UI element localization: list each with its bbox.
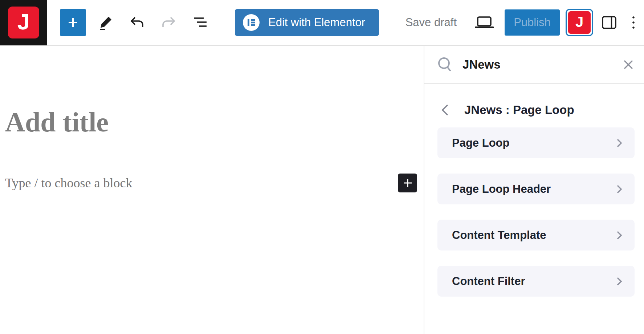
jnews-logo-icon: J <box>8 7 39 38</box>
block-inserter-button[interactable] <box>60 9 86 36</box>
search-close-button[interactable] <box>623 59 634 70</box>
chevron-right-icon <box>616 231 622 240</box>
settings-sidebar-toggle-button[interactable] <box>602 16 616 29</box>
search-input[interactable] <box>462 58 623 72</box>
chevron-right-icon <box>616 184 622 194</box>
list-item-content-template[interactable]: Content Template <box>437 220 635 250</box>
empty-block-row: Type / to choose a block <box>5 174 417 192</box>
chevron-left-icon <box>441 104 449 116</box>
jnews-logo-block[interactable]: J <box>0 0 47 45</box>
search-icon <box>438 57 452 72</box>
preview-button[interactable] <box>475 16 494 29</box>
panel-title: JNews : Page Loop <box>464 103 574 117</box>
close-icon <box>623 59 634 70</box>
panel-header: JNews : Page Loop <box>424 102 644 118</box>
block-placeholder-text[interactable]: Type / to choose a block <box>5 175 132 191</box>
redo-icon <box>162 16 176 29</box>
tools-button[interactable] <box>95 9 116 36</box>
edit-with-elementor-label: Edit with Elementor <box>268 16 365 29</box>
list-item-label: Page Loop <box>452 137 509 150</box>
jnews-sidebar-panel: JNews : Page Loop Page Loop Page Loop He… <box>424 46 644 334</box>
chevron-right-icon <box>616 138 622 148</box>
kebab-menu-icon <box>632 16 635 29</box>
redo-button[interactable] <box>159 9 179 36</box>
sidebar-search-row <box>424 46 644 84</box>
settings-sidebar-icon <box>602 16 616 29</box>
editor-workspace: Add title Type / to choose a block <box>0 46 644 334</box>
document-overview-button[interactable] <box>191 9 211 36</box>
options-menu-button[interactable] <box>632 16 635 29</box>
block-append-button[interactable] <box>398 174 417 192</box>
list-item-content-filter[interactable]: Content Filter <box>437 266 635 297</box>
jnews-panel-toggle-button[interactable]: J <box>566 9 593 36</box>
list-view-icon <box>193 16 208 29</box>
list-item-label: Page Loop Header <box>452 183 551 196</box>
laptop-preview-icon <box>475 16 494 29</box>
elementor-icon <box>243 14 260 31</box>
post-title-input[interactable]: Add title <box>5 108 424 136</box>
list-item-label: Content Template <box>452 229 546 242</box>
jnews-toggle-icon: J <box>568 11 591 34</box>
editor-canvas[interactable]: Add title Type / to choose a block <box>0 46 424 334</box>
edit-with-elementor-button[interactable]: Edit with Elementor <box>235 9 379 36</box>
editor-toolbar: J <box>0 0 644 46</box>
plus-icon <box>66 15 80 30</box>
toolbar-right-group: Save draft Publish J <box>405 9 644 36</box>
block-plus-icon <box>403 178 413 188</box>
undo-icon <box>130 16 144 29</box>
chevron-right-icon <box>616 277 622 286</box>
panel-back-button[interactable] <box>441 104 449 116</box>
publish-button[interactable]: Publish <box>505 9 560 36</box>
list-item-page-loop-header[interactable]: Page Loop Header <box>437 174 635 204</box>
undo-button[interactable] <box>127 9 147 36</box>
element-list: Page Loop Page Loop Header Content Templ… <box>437 127 635 297</box>
list-item-page-loop[interactable]: Page Loop <box>437 127 635 158</box>
list-item-label: Content Filter <box>452 275 525 288</box>
pencil-icon <box>98 15 113 30</box>
save-draft-button[interactable]: Save draft <box>405 16 457 29</box>
